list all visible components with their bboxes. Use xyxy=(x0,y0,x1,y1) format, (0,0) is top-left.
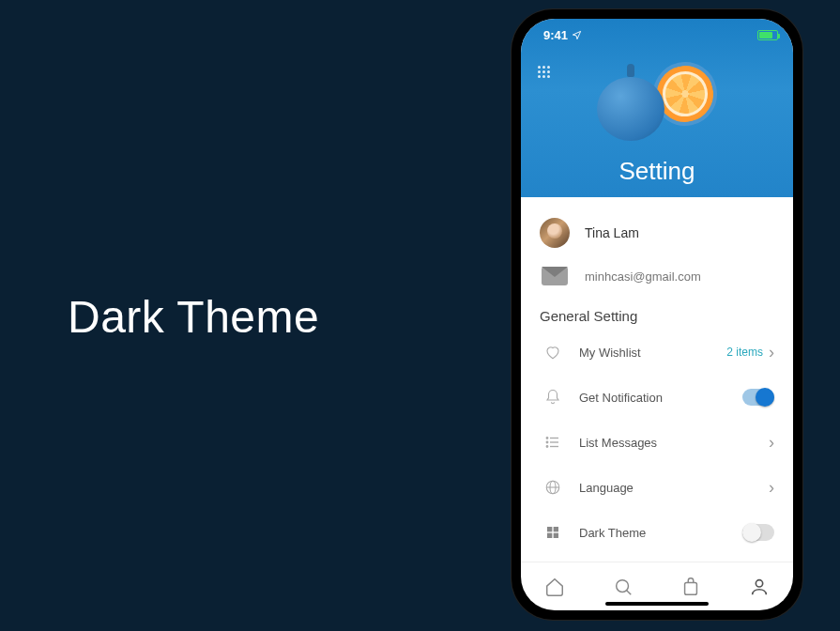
svg-point-5 xyxy=(546,446,548,448)
nav-home[interactable] xyxy=(535,571,574,603)
theme-icon xyxy=(540,525,566,540)
profile-email: minhcasi@gmail.com xyxy=(585,269,701,284)
chevron-right-icon: › xyxy=(769,433,774,453)
header-title: Setting xyxy=(521,157,793,186)
row-wishlist[interactable]: My Wishlist 2 items › xyxy=(521,330,793,375)
svg-line-14 xyxy=(626,590,631,594)
bell-icon xyxy=(540,389,566,406)
darktheme-toggle[interactable] xyxy=(742,524,774,541)
wishlist-meta: 2 items xyxy=(726,346,763,359)
svg-rect-9 xyxy=(547,527,552,531)
chevron-right-icon: › xyxy=(769,478,774,498)
status-bar: 9:41 xyxy=(521,19,793,51)
wishlist-label: My Wishlist xyxy=(579,346,726,360)
settings-header: 9:41 Setting xyxy=(521,19,793,197)
svg-rect-15 xyxy=(685,582,697,594)
page-title: Dark Theme xyxy=(68,291,319,343)
notification-toggle[interactable] xyxy=(742,389,774,406)
row-notification[interactable]: Get Notification xyxy=(521,375,793,420)
chevron-right-icon: › xyxy=(769,343,774,362)
settings-content: Tina Lam minhcasi@gmail.com General Sett… xyxy=(521,197,793,562)
avatar xyxy=(540,218,570,248)
darktheme-label: Dark Theme xyxy=(579,526,742,540)
header-illustration xyxy=(591,58,723,143)
heart-icon xyxy=(540,344,566,361)
row-darktheme[interactable]: Dark Theme xyxy=(521,510,793,555)
notification-label: Get Notification xyxy=(579,391,742,405)
section-title: General Setting xyxy=(521,295,793,330)
svg-rect-10 xyxy=(554,527,558,531)
phone-screen: 9:41 Setting Tina Lam xyxy=(521,19,793,610)
nav-profile[interactable] xyxy=(740,571,779,603)
battery-icon xyxy=(757,30,778,40)
phone-frame: 9:41 Setting Tina Lam xyxy=(512,9,802,620)
mail-icon xyxy=(542,267,568,285)
nav-cart[interactable] xyxy=(671,571,710,603)
row-messages[interactable]: List Messages › xyxy=(521,420,793,465)
svg-point-13 xyxy=(616,579,628,592)
row-language[interactable]: Language › xyxy=(521,465,793,510)
svg-rect-12 xyxy=(554,533,558,538)
svg-point-3 xyxy=(546,438,548,439)
menu-icon[interactable] xyxy=(538,66,555,83)
svg-rect-11 xyxy=(547,533,552,538)
profile-row[interactable]: Tina Lam xyxy=(521,208,793,257)
status-time: 9:41 xyxy=(543,28,568,42)
messages-label: List Messages xyxy=(579,436,769,450)
language-label: Language xyxy=(579,481,769,495)
svg-point-16 xyxy=(756,579,762,586)
location-icon xyxy=(572,30,582,40)
email-row[interactable]: minhcasi@gmail.com xyxy=(521,257,793,295)
home-indicator[interactable] xyxy=(605,602,709,606)
globe-icon xyxy=(540,479,566,496)
svg-point-4 xyxy=(546,441,548,443)
profile-name: Tina Lam xyxy=(585,225,639,240)
list-icon xyxy=(540,434,566,451)
nav-search[interactable] xyxy=(603,571,643,603)
